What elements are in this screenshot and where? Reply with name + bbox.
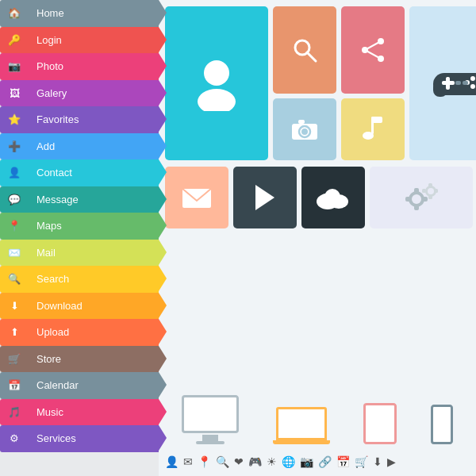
sidebar-label-photo: Photo (29, 53, 159, 80)
person-icon (193, 56, 240, 111)
sidebar-icon-mail: ✉️ (0, 240, 29, 267)
monitor-device (182, 395, 239, 444)
sidebar-label-calendar: Calendar (29, 372, 159, 399)
sidebar-item-photo[interactable]: 📷Photo (0, 53, 159, 80)
svg-rect-23 (298, 120, 305, 124)
sidebar-label-search: Search (29, 266, 159, 293)
sidebar-label-upload: Upload (29, 319, 159, 346)
svg-point-34 (412, 194, 421, 204)
sidebar-item-galery[interactable]: 🖼Galery (0, 80, 159, 107)
sidebar-item-favorites[interactable]: ⭐Favorites (0, 106, 159, 133)
sidebar-icon-add: ➕ (0, 133, 29, 160)
svg-marker-28 (255, 185, 274, 210)
mini-share-icon: 🔗 (318, 455, 332, 468)
camera-icon (290, 117, 319, 141)
svg-point-40 (428, 188, 434, 194)
svg-point-14 (470, 76, 475, 81)
sidebar-icon-upload: ⬆ (0, 319, 29, 346)
main-content: 👤 ✉ 📍 🔍 ❤ 🎮 ☀ 🌐 📷 🔗 📅 🛒 ⬇ ▶ (159, 0, 476, 476)
mini-sun-icon: ☀ (267, 455, 277, 468)
sidebar-icon-music: 🎵 (0, 399, 29, 426)
mini-store-icon: 🛒 (355, 455, 368, 468)
mid-tile-grid (165, 167, 470, 228)
monitor-screen (182, 395, 239, 433)
gear-icon-tile (399, 177, 443, 218)
svg-point-0 (204, 60, 229, 86)
mini-calendar-icon: 📅 (336, 455, 350, 468)
sidebar: 🏠Home🔑Login📷Photo🖼Galery⭐Favorites➕Add👤C… (0, 0, 159, 476)
svg-rect-43 (422, 189, 426, 193)
camera-tile[interactable] (273, 98, 336, 160)
music-tile[interactable] (341, 98, 405, 160)
sidebar-item-store[interactable]: 🛒Store (0, 346, 159, 373)
person-tile[interactable] (165, 6, 268, 160)
sidebar-icon-store: 🛒 (0, 346, 29, 373)
search-tile[interactable] (273, 6, 336, 94)
svg-line-8 (365, 50, 381, 59)
sidebar-item-search[interactable]: 🔍Search (0, 266, 159, 293)
mini-game-icon: 🎮 (248, 455, 262, 468)
mail-icon-tile (180, 185, 213, 210)
sidebar-item-contact[interactable]: 👤Contact (0, 159, 159, 186)
sidebar-item-home[interactable]: 🏠Home (0, 0, 159, 27)
svg-rect-42 (428, 195, 432, 199)
svg-rect-18 (455, 81, 461, 85)
sidebar-icon-contact: 👤 (0, 159, 29, 186)
svg-point-22 (301, 129, 308, 135)
svg-rect-44 (434, 189, 438, 193)
sidebar-item-calendar[interactable]: 📅Calendar (0, 372, 159, 399)
monitor-base (196, 441, 225, 444)
sidebar-icon-download: ⬇ (0, 293, 29, 320)
gear-tile[interactable] (370, 167, 473, 228)
mini-person-icon: 👤 (165, 455, 178, 468)
mail-tile[interactable] (165, 167, 228, 228)
svg-line-3 (307, 52, 316, 61)
sidebar-item-download[interactable]: ⬇Download (0, 293, 159, 320)
mini-play-icon: ▶ (387, 455, 396, 468)
sidebar-label-add: Add (29, 133, 159, 160)
sidebar-icon-message: 💬 (0, 186, 29, 213)
laptop-base (273, 440, 330, 444)
mini-heart-icon: ❤ (234, 455, 244, 468)
sidebar-label-mail: Mail (29, 240, 159, 267)
sidebar-icon-home: 🏠 (0, 0, 29, 27)
sidebar-item-login[interactable]: 🔑Login (0, 27, 159, 54)
sidebar-label-galery: Galery (29, 80, 159, 107)
sidebar-label-favorites: Favorites (29, 106, 159, 133)
mini-search-icon: 🔍 (216, 455, 229, 468)
sidebar-label-services: Services (29, 425, 159, 452)
svg-rect-25 (371, 117, 382, 123)
mini-mail-icon: ✉ (183, 455, 193, 468)
sidebar-label-music: Music (29, 399, 159, 426)
cloud-tile[interactable] (301, 167, 365, 228)
play-icon (252, 183, 278, 212)
sidebar-icon-maps: 📍 (0, 213, 29, 240)
sidebar-label-maps: Maps (29, 213, 159, 240)
sidebar-item-message[interactable]: 💬Message (0, 186, 159, 213)
laptop-device (273, 407, 330, 444)
laptop-screen (276, 407, 327, 440)
sidebar-icon-calendar: 📅 (0, 372, 29, 399)
share-tile[interactable] (341, 6, 405, 94)
game-tile[interactable] (409, 6, 476, 160)
sidebar-label-home: Home (29, 0, 159, 27)
sidebar-icon-favorites: ⭐ (0, 106, 29, 133)
sidebar-item-maps[interactable]: 📍Maps (0, 213, 159, 240)
svg-point-32 (320, 194, 332, 206)
sidebar-icon-search: 🔍 (0, 266, 29, 293)
sidebar-item-services[interactable]: ⚙Services (0, 425, 159, 452)
search-icon (290, 36, 319, 64)
sidebar-item-mail[interactable]: ✉️Mail (0, 240, 159, 267)
svg-point-1 (198, 89, 236, 111)
monitor-stand (202, 435, 218, 441)
sidebar-item-upload[interactable]: ⬆Upload (0, 319, 159, 346)
sidebar-item-add[interactable]: ➕Add (0, 133, 159, 160)
sidebar-label-download: Download (29, 293, 159, 320)
play-tile[interactable] (233, 167, 297, 228)
svg-rect-37 (405, 197, 411, 202)
sidebar-item-music[interactable]: 🎵Music (0, 399, 159, 426)
svg-rect-13 (446, 77, 450, 90)
mini-camera-icon: 📷 (300, 455, 313, 468)
sidebar-label-contact: Contact (29, 159, 159, 186)
music-icon (360, 115, 386, 144)
